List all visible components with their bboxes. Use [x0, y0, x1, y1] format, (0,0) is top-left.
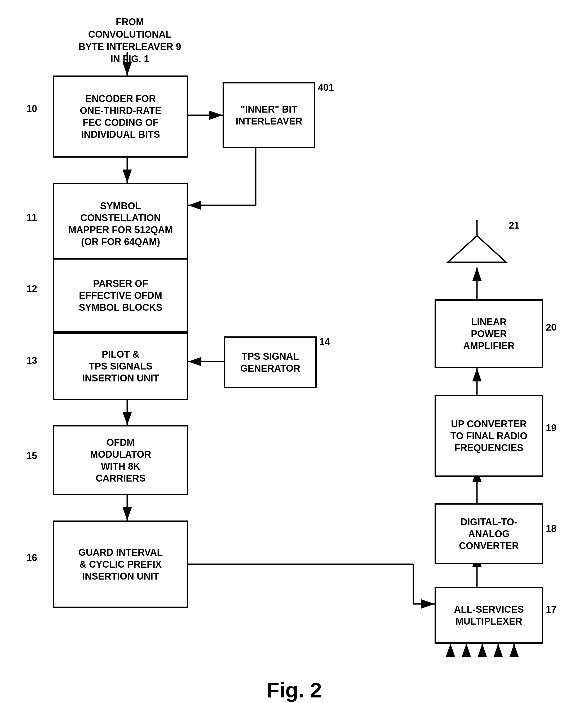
up-converter-id: 19	[546, 422, 557, 434]
ofdm-id: 15	[26, 450, 37, 461]
all-services-mux-block: ALL-SERVICESMULTIPLEXER	[435, 587, 543, 644]
guard-id: 16	[26, 552, 37, 563]
svg-marker-23	[448, 236, 506, 262]
parser-id: 12	[26, 284, 37, 295]
parser-block: PARSER OFEFFECTIVE OFDMSYMBOL BLOCKS	[53, 258, 188, 332]
linear-amp-block: LINEARPOWERAMPLIFIER	[435, 299, 543, 368]
symbol-constellation-block: SYMBOLCONSTELLATIONMAPPER FOR 512QAM(OR …	[53, 183, 188, 265]
source-text-label: FROM CONVOLUTIONALBYTE INTERLEAVER 9IN F…	[77, 16, 183, 65]
tps-generator-block: TPS SIGNALGENERATOR	[224, 336, 317, 388]
ofdm-modulator-block: OFDMMODULATORWITH 8KCARRIERS	[53, 425, 188, 495]
tps-id: 14	[319, 336, 330, 347]
encoder-id: 10	[26, 103, 37, 114]
symbol-id: 11	[26, 212, 37, 223]
guard-interval-block: GUARD INTERVAL& CYCLIC PREFIXINSERTION U…	[53, 521, 188, 608]
inner-bit-interleaver-block: "INNER" BITINTERLEAVER	[223, 82, 315, 148]
figure-label: Fig. 2	[225, 678, 363, 702]
pilot-tps-block: PILOT &TPS SIGNALSINSERTION UNIT	[53, 332, 188, 400]
dac-block: DIGITAL-TO-ANALOGCONVERTER	[435, 503, 543, 564]
up-converter-block: UP CONVERTERTO FINAL RADIOFREQUENCIES	[435, 395, 543, 477]
pilot-tps-id: 13	[26, 355, 37, 366]
antenna-id: 21	[509, 220, 519, 231]
encoder-block: ENCODER FORONE-THIRD-RATEFEC CODING OFIN…	[53, 76, 188, 158]
inner-bit-id: 401	[318, 82, 334, 93]
dac-id: 18	[546, 523, 557, 534]
linear-amp-id: 20	[546, 322, 557, 333]
all-services-id: 17	[546, 604, 557, 615]
